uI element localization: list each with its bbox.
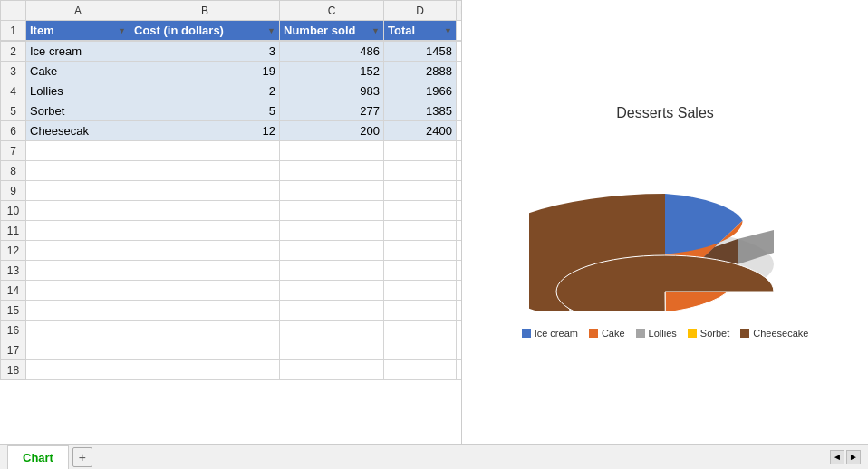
- cell-b[interactable]: [130, 201, 280, 221]
- cell-b[interactable]: [130, 360, 280, 380]
- cell-c[interactable]: [280, 281, 384, 301]
- cell-number-sold[interactable]: 983: [280, 81, 384, 101]
- header-total[interactable]: Total ▼: [384, 21, 457, 41]
- cell-cost[interactable]: 19: [130, 62, 280, 81]
- cell-b[interactable]: [130, 281, 280, 301]
- cell-cost[interactable]: 2: [130, 81, 280, 101]
- dropdown-arrow-item[interactable]: ▼: [118, 26, 126, 35]
- cell-number-sold[interactable]: 152: [280, 62, 384, 81]
- cell-d[interactable]: [384, 321, 457, 340]
- cell-d[interactable]: [384, 340, 457, 360]
- cell-a[interactable]: [26, 281, 130, 301]
- dropdown-arrow-number-sold[interactable]: ▼: [371, 26, 380, 35]
- cell-number-sold[interactable]: 277: [280, 101, 384, 121]
- legend-item: Ice cream: [522, 328, 578, 339]
- cell-b[interactable]: [130, 340, 280, 360]
- cell-b[interactable]: [130, 241, 280, 261]
- cell-a[interactable]: [26, 241, 130, 261]
- cell-cost[interactable]: 3: [130, 42, 280, 62]
- cell-c[interactable]: [280, 340, 384, 360]
- header-cost[interactable]: Cost (in dollars) ▼: [130, 21, 280, 41]
- cell-total[interactable]: 1385: [384, 101, 457, 121]
- cell-d[interactable]: [384, 301, 457, 321]
- cell-b[interactable]: [130, 141, 280, 161]
- cell-d[interactable]: [384, 141, 457, 161]
- cell-d[interactable]: [384, 161, 457, 181]
- empty-row: 7: [1, 141, 463, 161]
- cell-c[interactable]: [280, 181, 384, 201]
- cell-b[interactable]: [130, 221, 280, 241]
- cell-d[interactable]: [384, 181, 457, 201]
- cell-item[interactable]: Lollies: [26, 81, 130, 101]
- add-sheet-button[interactable]: +: [72, 447, 92, 467]
- table-row: 3 Cake 19 152 2888: [1, 62, 463, 81]
- cell-cost[interactable]: 5: [130, 101, 280, 121]
- cell-item[interactable]: Ice cream: [26, 42, 130, 62]
- cell-a[interactable]: [26, 141, 130, 161]
- cell-a[interactable]: [26, 221, 130, 241]
- cell-c[interactable]: [280, 221, 384, 241]
- col-header-b[interactable]: B: [130, 1, 280, 21]
- cell-d[interactable]: [384, 261, 457, 281]
- cell-a[interactable]: [26, 201, 130, 221]
- col-header-c[interactable]: C: [280, 1, 384, 21]
- legend-label: Ice cream: [535, 328, 578, 339]
- scroll-right-button[interactable]: ►: [846, 450, 861, 464]
- cell-c[interactable]: [280, 141, 384, 161]
- cell-total[interactable]: 1458: [384, 42, 457, 62]
- empty-row: 16: [1, 321, 463, 340]
- cell-item[interactable]: Cheesecak: [26, 121, 130, 141]
- legend-color: [589, 329, 598, 338]
- dropdown-arrow-cost[interactable]: ▼: [267, 26, 275, 35]
- cell-b[interactable]: [130, 161, 280, 181]
- cell-c[interactable]: [280, 201, 384, 221]
- table-row: 4 Lollies 2 983 1966: [1, 81, 463, 101]
- col-header-a[interactable]: A: [26, 1, 130, 21]
- empty-row: 8: [1, 161, 463, 181]
- cell-number-sold[interactable]: 486: [280, 42, 384, 62]
- header-number-sold[interactable]: Number sold ▼: [280, 21, 384, 41]
- cell-c[interactable]: [280, 360, 384, 380]
- cell-a[interactable]: [26, 181, 130, 201]
- row-num: 16: [1, 321, 26, 340]
- legend-item: Sorbet: [688, 328, 729, 339]
- legend-label: Cake: [602, 328, 625, 339]
- cell-c[interactable]: [280, 241, 384, 261]
- cell-c[interactable]: [280, 301, 384, 321]
- col-header-d[interactable]: D: [384, 1, 457, 21]
- cell-item[interactable]: Sorbet: [26, 101, 130, 121]
- cell-d[interactable]: [384, 201, 457, 221]
- row-num: 17: [1, 340, 26, 360]
- table-row: 5 Sorbet 5 277 1385: [1, 101, 463, 121]
- cell-a[interactable]: [26, 360, 130, 380]
- cell-d[interactable]: [384, 281, 457, 301]
- cell-a[interactable]: [26, 340, 130, 360]
- dropdown-arrow-total[interactable]: ▼: [444, 26, 452, 35]
- legend-item: Cake: [589, 328, 625, 339]
- row-num: 13: [1, 261, 26, 281]
- chart-tab[interactable]: Chart: [7, 445, 69, 469]
- cell-c[interactable]: [280, 161, 384, 181]
- cell-total[interactable]: 2400: [384, 121, 457, 141]
- cell-total[interactable]: 2888: [384, 62, 457, 81]
- cell-d[interactable]: [384, 241, 457, 261]
- cell-c[interactable]: [280, 321, 384, 340]
- scroll-left-button[interactable]: ◄: [830, 450, 844, 464]
- cell-a[interactable]: [26, 321, 130, 340]
- cell-a[interactable]: [26, 161, 130, 181]
- header-item[interactable]: Item ▼: [26, 21, 130, 41]
- cell-item[interactable]: Cake: [26, 62, 130, 81]
- cell-b[interactable]: [130, 261, 280, 281]
- cell-a[interactable]: [26, 261, 130, 281]
- cell-b[interactable]: [130, 301, 280, 321]
- cell-a[interactable]: [26, 301, 130, 321]
- cell-cost[interactable]: 12: [130, 121, 280, 141]
- chart-title: Desserts Sales: [511, 105, 819, 121]
- cell-number-sold[interactable]: 200: [280, 121, 384, 141]
- cell-b[interactable]: [130, 321, 280, 340]
- cell-d[interactable]: [384, 360, 457, 380]
- cell-c[interactable]: [280, 261, 384, 281]
- cell-d[interactable]: [384, 221, 457, 241]
- cell-total[interactable]: 1966: [384, 81, 457, 101]
- cell-b[interactable]: [130, 181, 280, 201]
